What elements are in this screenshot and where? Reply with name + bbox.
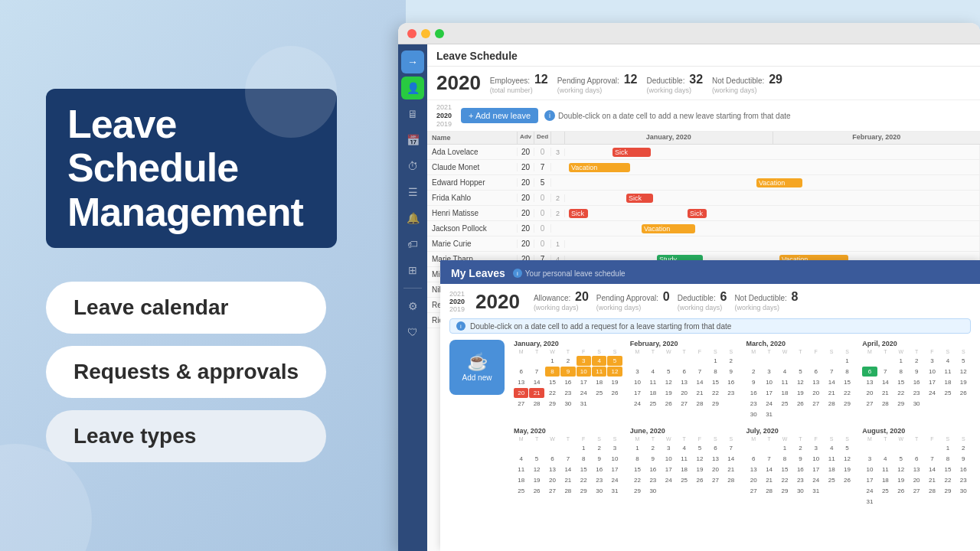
cal-day[interactable]: 4 [645,367,660,377]
leave-bar-vacation[interactable]: Vacation [756,178,802,187]
cal-day[interactable]: 18 [592,377,606,387]
cal-day[interactable]: 19 [956,377,971,387]
cal-day[interactable]: 2 [592,443,606,453]
cal-day[interactable]: 24 [925,388,939,398]
emp-bar-area[interactable]: SickSick [565,206,980,220]
cal-day[interactable]: 29 [940,486,955,496]
cal-day[interactable]: 20 [708,465,723,474]
cal-day[interactable]: 23 [909,388,923,398]
cal-day[interactable]: 9 [724,367,738,377]
cal-day[interactable]: 7 [724,443,738,453]
cal-day[interactable]: 14 [762,465,776,474]
leave-bar-vacation[interactable]: Vacation [642,224,695,233]
cal-day[interactable]: 25 [824,475,838,485]
cal-day[interactable]: 26 [662,399,676,409]
cal-day[interactable]: 6 [514,367,528,377]
cal-day[interactable]: 28 [878,399,893,409]
cal-day[interactable]: 22 [893,388,908,398]
cal-day[interactable]: 6 [677,367,691,377]
cal-day[interactable]: 21 [878,388,893,398]
cal-day[interactable]: 1 [940,443,955,453]
cal-day[interactable]: 28 [824,399,838,409]
sidebar-icon-clock[interactable]: ⏱ [401,155,424,178]
cal-day[interactable]: 8 [940,454,955,464]
cal-day[interactable]: 14 [560,465,575,474]
cal-day[interactable]: 13 [677,377,691,387]
cal-day[interactable]: 12 [793,377,808,387]
cal-day[interactable]: 20 [545,475,560,485]
cal-day[interactable]: 4 [592,356,606,366]
leave-bar-sick[interactable]: Sick [626,194,653,203]
cal-day[interactable]: 19 [840,465,854,474]
sidebar-icon-calendar[interactable]: 📅 [401,129,424,152]
cal-day[interactable]: 20 [677,388,691,398]
cal-day[interactable]: 11 [777,377,792,387]
cal-day[interactable]: 5 [893,454,908,464]
cal-day[interactable]: 25 [592,388,606,398]
cal-day[interactable]: 23 [592,475,606,485]
cal-day[interactable]: 22 [545,388,560,398]
cal-day[interactable]: 21 [724,465,738,474]
cal-day[interactable]: 18 [645,388,660,398]
cal-day[interactable]: 19 [793,388,808,398]
cal-day[interactable]: 22 [708,388,723,398]
cal-day[interactable]: 2 [560,356,575,366]
cal-day[interactable]: 9 [746,377,761,387]
cal-day[interactable]: 11 [514,465,528,474]
cal-day[interactable]: 1 [893,356,908,366]
cal-day[interactable]: 14 [925,465,939,474]
add-leave-button[interactable]: + Add new leave [461,108,538,123]
cal-day[interactable]: 27 [909,486,923,496]
cal-day[interactable]: 4 [514,454,528,464]
cal-day[interactable]: 27 [545,486,560,496]
leave-bar-vacation[interactable]: Vacation [569,163,630,172]
cal-day[interactable]: 23 [746,399,761,409]
cal-day[interactable]: 17 [662,465,676,474]
cal-day[interactable]: 22 [630,475,645,485]
cal-day[interactable]: 12 [893,465,908,474]
cal-day[interactable]: 18 [878,475,893,485]
cal-day[interactable]: 7 [925,454,939,464]
cal-day[interactable]: 10 [925,367,939,377]
cal-day[interactable]: 17 [862,475,877,485]
cal-day[interactable]: 9 [909,367,923,377]
cal-day[interactable]: 9 [793,454,808,464]
cal-day[interactable]: 6 [862,367,877,377]
cal-day[interactable]: 10 [577,367,591,377]
cal-day[interactable]: 26 [956,388,971,398]
emp-bar-area[interactable]: Vacation [565,175,980,190]
cal-day[interactable]: 10 [762,377,776,387]
cal-day[interactable]: 1 [708,356,723,366]
cal-day[interactable]: 10 [862,465,877,474]
cal-day[interactable]: 29 [777,486,792,496]
cal-day[interactable]: 26 [793,399,808,409]
feature-requests-approvals[interactable]: Requests & approvals [46,346,326,398]
cal-day[interactable]: 16 [909,377,923,387]
cal-day[interactable]: 26 [692,475,707,485]
cal-day[interactable]: 17 [808,465,823,474]
cal-day[interactable]: 4 [677,443,691,453]
cal-day[interactable]: 11 [645,377,660,387]
cal-day[interactable]: 31 [607,486,622,496]
cal-day[interactable]: 8 [777,454,792,464]
cal-day[interactable]: 24 [630,399,645,409]
cal-day[interactable]: 26 [607,388,622,398]
emp-bar-area[interactable]: Sick [565,145,980,159]
sidebar-icon-grid[interactable]: ⊞ [401,259,424,282]
cal-day[interactable]: 14 [724,454,738,464]
cal-day[interactable]: 16 [592,465,606,474]
cal-day[interactable]: 9 [956,454,971,464]
sidebar-icon-user[interactable]: 👤 [401,77,424,99]
cal-day[interactable]: 3 [662,443,676,453]
minimize-button[interactable] [421,29,430,38]
cal-day[interactable]: 25 [645,399,660,409]
cal-day[interactable]: 10 [607,454,622,464]
cal-day[interactable]: 3 [630,367,645,377]
cal-day[interactable]: 29 [893,399,908,409]
cal-day[interactable]: 8 [630,454,645,464]
cal-day[interactable]: 7 [878,367,893,377]
sidebar-icon-shield[interactable]: 🛡 [401,321,424,344]
cal-day[interactable]: 3 [925,356,939,366]
cal-day[interactable]: 3 [607,443,622,453]
year-2020-active[interactable]: 2020 [436,112,452,119]
